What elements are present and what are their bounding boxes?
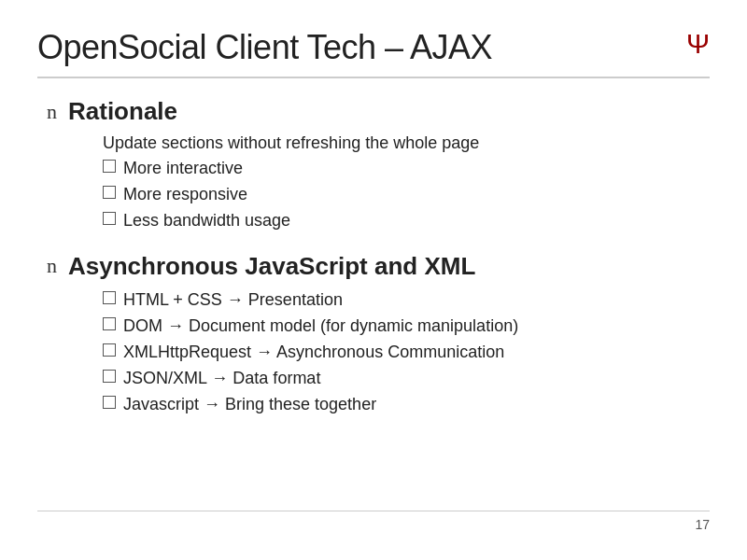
section-rationale: n Rationale Update sections without refr…	[47, 97, 700, 233]
sub-item-text: More responsive	[123, 183, 247, 206]
slide-title: OpenSocial Client Tech – AJAX	[37, 28, 492, 67]
sub-item-text: XMLHttpRequest → Asynchronous Communicat…	[123, 341, 504, 364]
sub-bullet-icon	[103, 291, 116, 304]
section-ajax-header: n Asynchronous JavaScript and XML	[47, 252, 700, 281]
slide-header: OpenSocial Client Tech – AJAX Ψ	[37, 28, 710, 78]
section-bullet-1: n	[47, 100, 57, 124]
page-number: 17	[695, 517, 710, 532]
slide: OpenSocial Client Tech – AJAX Ψ n Ration…	[0, 0, 747, 560]
section-bullet-2: n	[47, 254, 57, 278]
sub-item-text: DOM → Document model (for dynamic manipu…	[123, 315, 518, 338]
iu-logo-icon: Ψ	[686, 28, 710, 60]
rationale-intro: Update sections without refreshing the w…	[103, 133, 700, 153]
sub-bullet-icon	[103, 212, 116, 225]
sub-item-text: Less bandwidth usage	[123, 209, 290, 232]
section-title-1: Rationale	[68, 97, 177, 126]
sub-bullet-icon	[103, 343, 116, 357]
sub-item-text: Javascript → Bring these together	[123, 393, 376, 416]
slide-content: n Rationale Update sections without refr…	[37, 97, 710, 417]
ajax-list: HTML + CSS → Presentation DOM → Document…	[103, 288, 700, 417]
list-item: More interactive	[103, 157, 700, 180]
list-item: More responsive	[103, 183, 700, 206]
list-item: JSON/XML → Data format	[103, 367, 700, 390]
list-item: XMLHttpRequest → Asynchronous Communicat…	[103, 341, 700, 364]
list-item: Javascript → Bring these together	[103, 393, 700, 416]
slide-footer: 17	[37, 511, 710, 532]
sub-item-text: HTML + CSS → Presentation	[123, 288, 343, 312]
rationale-list: Update sections without refreshing the w…	[103, 133, 700, 233]
sub-bullet-icon	[103, 396, 116, 409]
list-item: DOM → Document model (for dynamic manipu…	[103, 315, 700, 338]
sub-bullet-icon	[103, 370, 116, 383]
sub-bullet-icon	[103, 160, 116, 173]
section-ajax: n Asynchronous JavaScript and XML HTML +…	[47, 252, 700, 417]
list-item: Less bandwidth usage	[103, 209, 700, 232]
sub-bullet-icon	[103, 317, 116, 330]
section-rationale-header: n Rationale	[47, 97, 700, 126]
list-item: HTML + CSS → Presentation	[103, 288, 700, 312]
sub-bullet-icon	[103, 186, 116, 199]
sub-item-text: JSON/XML → Data format	[123, 367, 320, 390]
sub-item-text: More interactive	[123, 157, 243, 180]
section-title-2: Asynchronous JavaScript and XML	[68, 252, 475, 281]
